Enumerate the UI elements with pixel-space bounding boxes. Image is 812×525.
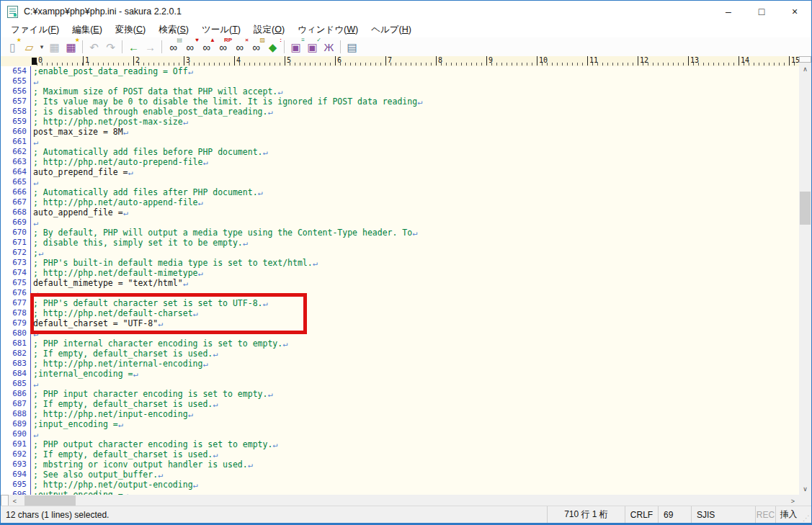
outline-button[interactable]: ▤ — [344, 39, 360, 55]
text-line-681[interactable]: 681; PHP internal character encoding is … — [1, 338, 799, 349]
text-line-669[interactable]: 669↵ — [1, 217, 799, 228]
newline-mark-icon: ↵ — [248, 459, 253, 470]
menu-t[interactable]: ツール(T) — [195, 22, 247, 37]
text-line-687[interactable]: 687; If empty, default_charset is used.↵ — [1, 399, 799, 409]
text-line-675[interactable]: 675default_mimetype = "text/html"↵ — [1, 278, 799, 288]
type-settings-button[interactable]: ▣✓ — [304, 39, 321, 55]
ruler-segment: 2 — [133, 56, 184, 66]
text-line-677[interactable]: 677; PHP's default character set is set … — [1, 298, 799, 308]
menu-o[interactable]: 設定(O) — [247, 22, 291, 37]
clear-search-button[interactable]: ∞× — [231, 39, 248, 55]
open-file-dropdown[interactable]: ▾ — [37, 39, 46, 55]
text-line-679[interactable]: 679default_charset = "UTF-8"↵ — [1, 318, 799, 328]
line-text: ; http://php.net/default-charset↵ — [31, 308, 198, 318]
new-file-button[interactable]: ▯★ — [4, 39, 21, 55]
text-line-693[interactable]: 693; mbstring or iconv output handler is… — [1, 459, 799, 470]
line-text: ; Maximum size of POST data that PHP wil… — [31, 86, 282, 97]
search-mark-button[interactable]: ∞♥ — [182, 39, 198, 55]
horizontal-scroll-thumb[interactable] — [24, 495, 76, 506]
newline-mark-icon: ↵ — [183, 278, 188, 288]
line-number: 681 — [1, 338, 31, 349]
text-line-672[interactable]: 672;↵ — [1, 248, 799, 258]
redo-button[interactable]: ↷ — [102, 39, 119, 55]
text-line-655[interactable]: 655↵ — [1, 76, 799, 86]
undo-icon: ↶ — [89, 42, 99, 53]
ruler-segment: 3 — [184, 56, 235, 66]
resize-grip[interactable]: ⋰ — [801, 506, 811, 523]
text-line-685[interactable]: 685↵ — [1, 379, 799, 389]
newline-mark-icon: ↵ — [202, 359, 208, 369]
text-line-686[interactable]: 686; PHP input character encoding is set… — [1, 389, 799, 399]
vertical-scrollbar[interactable]: ∧ ∨ — [799, 56, 811, 495]
menu-c[interactable]: 変換(C) — [109, 22, 152, 37]
scroll-up-arrow-icon[interactable]: ∧ — [799, 63, 811, 75]
save-as-button[interactable]: ▦★ — [63, 39, 79, 55]
text-line-656[interactable]: 656; Maximum size of POST data that PHP … — [1, 86, 799, 97]
ruler-segment: 5 — [285, 56, 336, 66]
text-line-689[interactable]: 689;input_encoding =↵ — [1, 419, 799, 429]
text-line-691[interactable]: 691; PHP output character encoding is se… — [1, 439, 799, 449]
type-list-settings-button[interactable]: ▣≡ — [287, 39, 304, 55]
menu-s[interactable]: 検索(S) — [152, 22, 195, 37]
jump-forward-button[interactable]: → — [142, 39, 159, 55]
text-line-658[interactable]: 658; is disabled through enable_post_dat… — [1, 107, 799, 117]
line-number: 690 — [1, 429, 31, 439]
vertical-scroll-thumb[interactable] — [800, 192, 811, 225]
text-line-696[interactable]: 696;output_encoding =↵ — [1, 490, 799, 495]
text-line-683[interactable]: 683; http://php.net/internal-encoding↵ — [1, 359, 799, 369]
maximize-button[interactable]: □ — [745, 1, 778, 22]
text-line-676[interactable]: 676↵ — [1, 288, 799, 298]
text-line-657[interactable]: 657; Its value may be 0 to disable the l… — [1, 97, 799, 107]
open-file-button[interactable]: ▱ — [21, 39, 37, 55]
ruler-label: 4 — [236, 56, 241, 64]
common-settings-button[interactable]: Ж — [321, 39, 337, 55]
ruler-label: 9 — [488, 56, 493, 64]
text-line-664[interactable]: 664auto_prepend_file =↵ — [1, 167, 799, 177]
text-line-688[interactable]: 688; http://php.net/input-encoding↵ — [1, 409, 799, 419]
text-line-662[interactable]: 662; Automatically add files before PHP … — [1, 147, 799, 157]
line-text: ;enable_post_data_reading = Off↵ — [31, 66, 193, 76]
text-line-694[interactable]: 694; See also output_buffer.↵ — [1, 470, 799, 480]
tag-jump-button[interactable]: ◆: — [264, 39, 281, 55]
text-line-678[interactable]: 678; http://php.net/default-charset↵ — [1, 308, 799, 318]
text-line-661[interactable]: 661↵ — [1, 137, 799, 147]
menu-w[interactable]: ウィンドウ(W) — [291, 22, 365, 37]
grep-button[interactable]: ∞▨ — [248, 39, 264, 55]
text-line-659[interactable]: 659; http://php.net/post-max-size↵ — [1, 117, 799, 127]
text-line-668[interactable]: 668auto_append_file =↵ — [1, 207, 799, 217]
undo-button[interactable]: ↶ — [86, 39, 102, 55]
text-line-654[interactable]: 654;enable_post_data_reading = Off↵ — [1, 66, 799, 76]
text-line-682[interactable]: 682; If empty, default_charset is used.↵ — [1, 349, 799, 359]
replace-button[interactable]: ∞RP — [215, 39, 231, 55]
text-line-660[interactable]: 660post_max_size = 8M↵ — [1, 127, 799, 137]
text-line-684[interactable]: 684;internal_encoding =↵ — [1, 369, 799, 379]
menu-e[interactable]: 編集(E) — [66, 22, 109, 37]
text-line-692[interactable]: 692; If empty, default_charset is used.↵ — [1, 449, 799, 459]
line-number: 672 — [1, 248, 31, 258]
close-button[interactable]: × — [778, 1, 811, 22]
text-line-695[interactable]: 695; http://php.net/output-encoding↵ — [1, 480, 799, 490]
text-line-666[interactable]: 666; Automatically add files after PHP d… — [1, 187, 799, 197]
line-number: 662 — [1, 147, 31, 157]
find-button[interactable]: ∞▤ — [165, 39, 182, 55]
jump-back-button[interactable]: ← — [125, 39, 142, 55]
text-line-690[interactable]: 690↵ — [1, 429, 799, 439]
menu-h[interactable]: ヘルプ(H) — [365, 22, 418, 37]
text-line-665[interactable]: 665↵ — [1, 177, 799, 187]
find-next-button[interactable]: ∞▲ — [198, 39, 215, 55]
text-line-663[interactable]: 663; http://php.net/auto-prepend-file↵ — [1, 157, 799, 167]
menu-f[interactable]: ファイル(F) — [4, 22, 66, 37]
text-pane[interactable]: 654;enable_post_data_reading = Off↵655↵6… — [1, 66, 799, 495]
save-button[interactable]: ▦ — [46, 39, 63, 55]
scroll-down-arrow-icon[interactable]: ∨ — [799, 483, 811, 495]
minimize-button[interactable]: – — [712, 1, 745, 22]
text-line-674[interactable]: 674; http://php.net/default-mimetype↵ — [1, 268, 799, 278]
text-line-673[interactable]: 673; PHP's built-in default media type i… — [1, 258, 799, 268]
text-line-667[interactable]: 667; http://php.net/auto-append-file↵ — [1, 197, 799, 207]
editor-area[interactable]: 0123456789101112131415 654;enable_post_d… — [1, 56, 811, 507]
binoculars-heart-icon: ∞ — [186, 42, 194, 53]
text-line-680[interactable]: 680↵ — [1, 328, 799, 338]
text-line-670[interactable]: 670; By default, PHP will output a media… — [1, 228, 799, 238]
split-handle-vertical[interactable] — [799, 56, 811, 63]
text-line-671[interactable]: 671; disable this, simply set it to be e… — [1, 238, 799, 248]
